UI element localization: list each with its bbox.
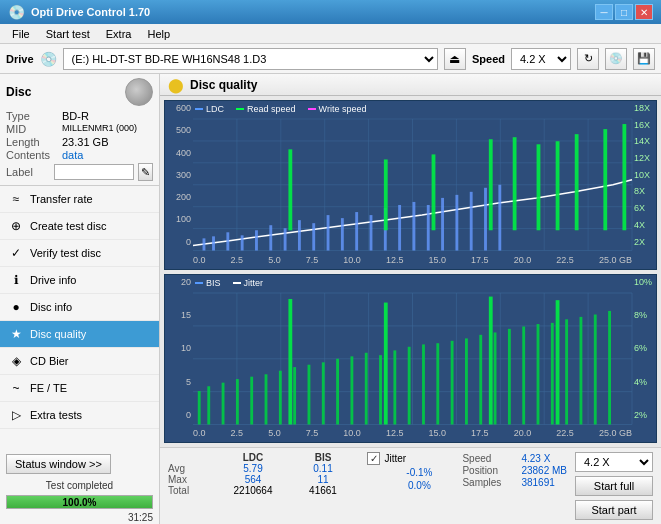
nav-label-drive-info: Drive info bbox=[30, 274, 76, 286]
create-test-disc-icon: ⊕ bbox=[8, 218, 24, 234]
drive-select[interactable]: (E:) HL-DT-ST BD-RE WH16NS48 1.D3 bbox=[63, 48, 438, 70]
chart1-svg bbox=[193, 119, 632, 251]
label-edit-button[interactable]: ✎ bbox=[138, 163, 153, 181]
chart2-svg bbox=[193, 293, 632, 425]
svg-rect-38 bbox=[498, 185, 501, 251]
speed-stat-value: 4.23 X bbox=[521, 453, 550, 464]
nav-label-transfer-rate: Transfer rate bbox=[30, 193, 93, 205]
svg-rect-77 bbox=[379, 355, 382, 424]
menu-start-test[interactable]: Start test bbox=[38, 27, 98, 41]
avg-jitter: -0.1% bbox=[384, 467, 454, 478]
speed-stat-label: Speed bbox=[462, 453, 517, 464]
drive-info-icon: ℹ bbox=[8, 272, 24, 288]
svg-rect-37 bbox=[484, 188, 487, 251]
length-value: 23.31 GB bbox=[62, 136, 108, 148]
svg-rect-82 bbox=[451, 340, 454, 424]
svg-rect-48 bbox=[556, 141, 560, 230]
svg-rect-87 bbox=[522, 326, 525, 424]
max-ldc: 564 bbox=[218, 474, 288, 485]
total-bis: 41661 bbox=[288, 485, 358, 496]
start-part-button[interactable]: Start part bbox=[575, 500, 653, 520]
disc-button[interactable]: 💿 bbox=[605, 48, 627, 70]
speed-pos-section: Speed 4.23 X Position 23862 MB Samples 3… bbox=[462, 452, 567, 489]
nav-item-disc-info[interactable]: ● Disc info bbox=[0, 294, 159, 321]
svg-rect-89 bbox=[551, 322, 554, 424]
bis-header: BIS bbox=[288, 452, 358, 463]
menu-file[interactable]: File bbox=[4, 27, 38, 41]
svg-rect-20 bbox=[241, 235, 244, 250]
app-title: Opti Drive Control 1.70 bbox=[31, 6, 150, 18]
nav-item-cd-bier[interactable]: ◈ CD Bier bbox=[0, 348, 159, 375]
main-layout: Disc Type BD-R MID MILLENMR1 (000) Lengt… bbox=[0, 74, 661, 524]
svg-rect-28 bbox=[355, 212, 358, 250]
chart2-y-right: 10%8%6%4%2% bbox=[632, 275, 656, 423]
svg-rect-96 bbox=[489, 296, 493, 424]
nav-label-verify-test-disc: Verify test disc bbox=[30, 247, 101, 259]
svg-rect-23 bbox=[284, 228, 287, 250]
svg-rect-35 bbox=[455, 195, 458, 251]
svg-rect-64 bbox=[198, 391, 201, 424]
nav-item-fe-te[interactable]: ~ FE / TE bbox=[0, 375, 159, 402]
svg-rect-70 bbox=[279, 370, 282, 424]
start-full-button[interactable]: Start full bbox=[575, 476, 653, 496]
nav-items: ≈ Transfer rate ⊕ Create test disc ✓ Ver… bbox=[0, 186, 159, 450]
svg-rect-25 bbox=[312, 223, 315, 250]
close-button[interactable]: ✕ bbox=[635, 4, 653, 20]
nav-item-verify-test-disc[interactable]: ✓ Verify test disc bbox=[0, 240, 159, 267]
contents-value: data bbox=[62, 149, 83, 161]
eject-button[interactable]: ⏏ bbox=[444, 48, 466, 70]
verify-test-disc-icon: ✓ bbox=[8, 245, 24, 261]
status-text: Test completed bbox=[0, 478, 159, 493]
svg-rect-27 bbox=[341, 218, 344, 250]
sidebar: Disc Type BD-R MID MILLENMR1 (000) Lengt… bbox=[0, 74, 160, 524]
jitter-checkbox[interactable]: ✓ bbox=[367, 452, 380, 465]
disc-quality-header: ⬤ Disc quality bbox=[160, 74, 661, 96]
buttons-section: 4.2 X Start full Start part bbox=[575, 452, 653, 520]
nav-item-create-test-disc[interactable]: ⊕ Create test disc bbox=[0, 213, 159, 240]
legend-read-speed: Read speed bbox=[247, 104, 296, 114]
svg-rect-47 bbox=[513, 137, 517, 230]
disc-panel: Disc Type BD-R MID MILLENMR1 (000) Lengt… bbox=[0, 74, 159, 186]
legend-bis: BIS bbox=[206, 278, 221, 288]
nav-item-disc-quality[interactable]: ★ Disc quality bbox=[0, 321, 159, 348]
menu-extra[interactable]: Extra bbox=[98, 27, 140, 41]
svg-rect-45 bbox=[603, 129, 607, 230]
svg-rect-69 bbox=[265, 374, 268, 424]
main-content: ⬤ Disc quality LDC Read speed Write spee… bbox=[160, 74, 661, 524]
label-input[interactable] bbox=[54, 164, 134, 180]
chart1-legend: LDC Read speed Write speed bbox=[195, 104, 366, 114]
status-window-button[interactable]: Status window >> bbox=[6, 454, 111, 474]
svg-rect-97 bbox=[556, 300, 560, 424]
drive-label: Drive bbox=[6, 53, 34, 65]
svg-rect-95 bbox=[384, 302, 388, 424]
legend-write-speed: Write speed bbox=[319, 104, 367, 114]
chart1-x-axis: 0.02.55.07.510.012.515.017.520.022.525.0… bbox=[193, 251, 632, 269]
progress-label: 100.0% bbox=[7, 496, 152, 508]
speed-select[interactable]: 4.2 X bbox=[511, 48, 571, 70]
chart1-y-right: 18X16X14X12X10X8X6X4X2X bbox=[632, 101, 656, 249]
nav-item-transfer-rate[interactable]: ≈ Transfer rate bbox=[0, 186, 159, 213]
label-label: Label bbox=[6, 166, 50, 178]
svg-rect-42 bbox=[489, 139, 493, 230]
svg-rect-68 bbox=[250, 376, 253, 424]
position-label: Position bbox=[462, 465, 517, 476]
save-button[interactable]: 💾 bbox=[633, 48, 655, 70]
menu-help[interactable]: Help bbox=[139, 27, 178, 41]
nav-item-extra-tests[interactable]: ▷ Extra tests bbox=[0, 402, 159, 429]
minimize-button[interactable]: ─ bbox=[595, 4, 613, 20]
progress-bar-container: 100.0% bbox=[6, 495, 153, 509]
refresh-button[interactable]: ↻ bbox=[577, 48, 599, 70]
nav-item-drive-info[interactable]: ℹ Drive info bbox=[0, 267, 159, 294]
svg-rect-24 bbox=[298, 220, 301, 250]
svg-rect-17 bbox=[203, 238, 206, 250]
test-speed-select[interactable]: 4.2 X bbox=[575, 452, 653, 472]
svg-rect-76 bbox=[365, 352, 368, 424]
svg-rect-71 bbox=[293, 367, 296, 424]
svg-rect-33 bbox=[427, 205, 430, 251]
time-display: 31:25 bbox=[0, 511, 159, 524]
contents-label: Contents bbox=[6, 149, 58, 161]
svg-rect-92 bbox=[594, 314, 597, 424]
svg-rect-75 bbox=[350, 356, 353, 424]
svg-rect-86 bbox=[508, 328, 511, 424]
maximize-button[interactable]: □ bbox=[615, 4, 633, 20]
